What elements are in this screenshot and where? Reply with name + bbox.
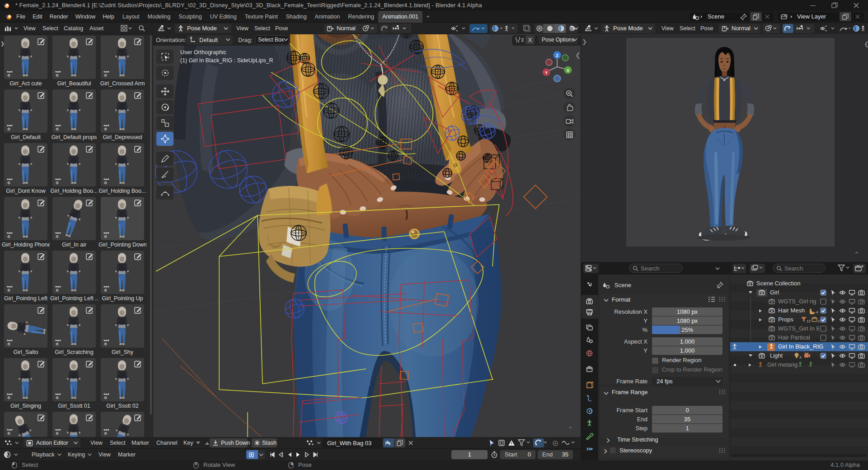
svg-text:4: 4 (799, 355, 802, 359)
svg-text:Y: Y (545, 70, 548, 75)
svg-text:X: X (567, 68, 569, 73)
svg-text:12: 12 (807, 319, 811, 323)
svg-text:4: 4 (816, 310, 818, 314)
svg-text:Z: Z (556, 53, 558, 58)
